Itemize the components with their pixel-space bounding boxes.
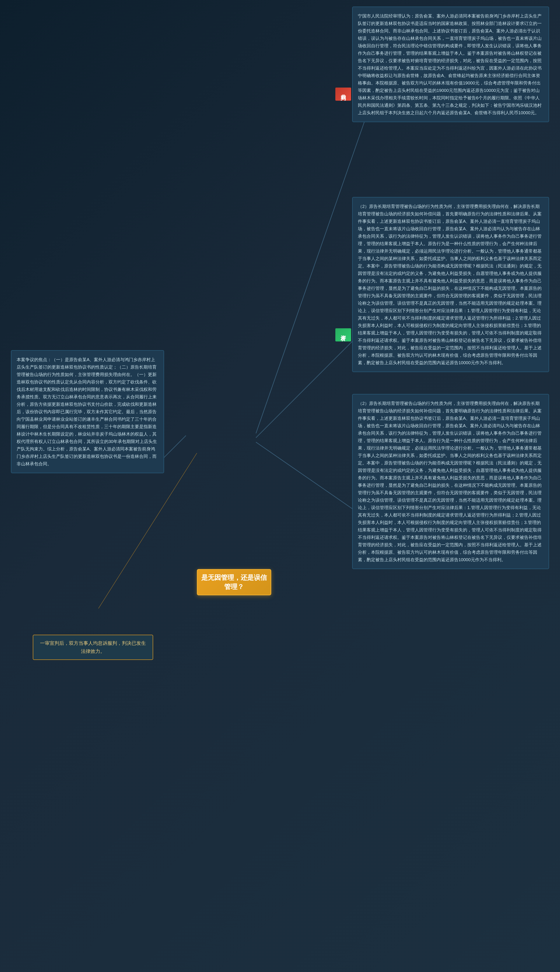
svg-line-4	[98, 453, 197, 608]
pingxi-label: 评析：	[335, 328, 351, 341]
pingxi-node-top: （2）原告长期培育管理被告山场的行为性质为何，主张管理费用损失理由何在，解决原告…	[352, 197, 549, 372]
left-top-node: 本案争议的焦点：（一）是原告俞某A、案外人游必清与鸿门乡赤岸村上店头生产队签订的…	[11, 350, 164, 473]
central-node: 是无因管理，还是误信管理？	[197, 569, 271, 595]
caipan-label: 裁判：	[335, 88, 351, 101]
caipan-node: 宁国市人民法院经审理认为：原告俞某、案外人游必清同本案被告前身鸿门乡赤岸村上店头…	[352, 7, 549, 122]
mind-map-container: 裁判： 宁国市人民法院经审理认为：原告俞某、案外人游必清同本案被告前身鸿门乡赤岸…	[0, 0, 560, 972]
bottom-left-node: 一审宣判后，双方当事人均息诉服判，判决已发生法律效力。	[33, 635, 153, 660]
pingxi-large-node: （2）原告长期培育管理被告山场的行为性质为何，主张管理费用损失理由何在，解决原告…	[352, 394, 549, 569]
svg-line-3	[162, 436, 186, 459]
